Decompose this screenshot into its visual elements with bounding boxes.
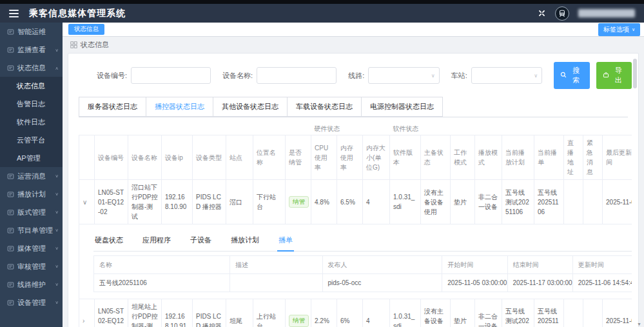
grid-icon	[70, 41, 77, 48]
row-detail-panel: 硬盘状态应用程序子设备播放计划播单名称描述发布人开始时间结束时间更新时间五号线2…	[79, 224, 632, 299]
sidebar-item-label: 智能运维	[17, 27, 59, 37]
device-table-wrap: 硬件状态 软件状态 设备编号设备名称设备ip设备类型站点位置名称是否纳管CPU使…	[79, 120, 632, 327]
review-manage-icon	[7, 263, 14, 270]
chevron-down-icon: ∨	[534, 73, 538, 79]
column-header-1: 设备名称	[128, 135, 162, 180]
detail-column-header-5: 更新时间	[572, 255, 632, 273]
table-cell: 没有主备设备使用	[421, 299, 451, 327]
expand-row-toggle[interactable]: ›	[79, 299, 95, 327]
table-cell: 下行站台	[253, 180, 286, 224]
sidebar-item-label: 审核管理	[17, 262, 55, 272]
sidebar-item-1[interactable]: 监播查看∨	[0, 41, 63, 59]
detail-tab-4[interactable]: 播单	[277, 232, 294, 252]
hamburger-menu-icon[interactable]	[9, 10, 19, 17]
device-no-input[interactable]	[131, 67, 211, 84]
column-header-13: 播放模式	[475, 135, 502, 180]
table-cell: 4	[363, 299, 390, 327]
smart-ops-icon	[7, 28, 14, 35]
detail-column-header-3: 开始时间	[442, 255, 507, 273]
avatar-train-icon[interactable]	[555, 6, 569, 21]
sidebar-subitem-2[interactable]: 软件日志	[0, 113, 63, 131]
table-cell: 1.0.31_sdi	[390, 180, 421, 224]
detail-cell-value: 2025-11-17 03:00:00	[507, 273, 572, 292]
line-select[interactable]: ∨	[368, 67, 439, 84]
sidebar-item-7[interactable]: 媒体管理∨	[0, 239, 63, 257]
device-name-input[interactable]	[257, 67, 337, 84]
detail-cell-value: 2025-11-05 03:00:00	[442, 273, 507, 292]
table-cell: 滘口站下行PDP控制器-测试	[128, 180, 162, 224]
column-header-3: 设备类型	[193, 135, 226, 180]
tab-4[interactable]: 电源控制器状态日志	[362, 97, 443, 117]
tab-0[interactable]: 服务器状态日志	[79, 97, 146, 117]
sidebar-item-6[interactable]: 节目单管理∨	[0, 221, 63, 239]
sidebar-item-3[interactable]: 运营消息∨	[0, 167, 63, 185]
detail-tab-3[interactable]: 播放计划	[229, 232, 260, 251]
scroll-down-arrow[interactable]: ▼	[637, 322, 641, 326]
detail-cell-value	[230, 273, 322, 292]
sidebar-item-8[interactable]: 审核管理∨	[0, 257, 63, 275]
detail-cell: 硬盘状态应用程序子设备播放计划播单名称描述发布人开始时间结束时间更新时间五号线2…	[79, 224, 632, 299]
sidebar-subitem-1[interactable]: 告警日志	[0, 95, 63, 113]
export-button[interactable]: 导出	[596, 62, 632, 89]
chevron-down-icon: ∨	[55, 300, 59, 304]
detail-tab-1[interactable]: 应用程序	[141, 232, 172, 251]
detail-cell-value: 五号线20251106	[94, 273, 230, 292]
status-log-tabs: 服务器状态日志播控器状态日志其他设备状态日志车载设备状态日志电源控制器状态日志	[79, 97, 628, 117]
station-select[interactable]: ∨	[471, 67, 542, 84]
collapse-row-toggle[interactable]: ∨	[79, 180, 95, 224]
username-redacted	[578, 9, 635, 17]
fullscreen-icon[interactable]	[538, 9, 546, 17]
header-actions	[538, 6, 635, 21]
sidebar-subitem-0[interactable]: 状态信息	[0, 77, 63, 95]
table-cell: 非二合一设备	[475, 299, 502, 327]
program-list-icon	[7, 227, 14, 234]
table-cell: 坦尾站上行PDP控制器-测试	[128, 299, 162, 327]
chevron-down-icon: ∨	[55, 210, 59, 214]
breadcrumb: 状态信息	[63, 37, 644, 53]
table-cell	[564, 299, 583, 327]
sidebar-item-label: 监播查看	[17, 45, 55, 55]
detail-tab-2[interactable]: 子设备	[189, 232, 213, 251]
table-cell: 2025-11-06 16:	[603, 180, 632, 224]
search-button[interactable]: 搜索	[554, 62, 589, 89]
scrollbar-thumb[interactable]	[633, 59, 637, 88]
layout-manage-icon	[7, 209, 14, 216]
sidebar-item-2[interactable]: 状态信息∧	[0, 59, 63, 77]
sidebar-subitem-3[interactable]: 云管平台	[0, 131, 63, 149]
column-header-5: 位置名称	[253, 135, 286, 180]
tab-2[interactable]: 其他设备状态日志	[213, 97, 288, 117]
tag-options-button[interactable]: 标签选项 ∨	[598, 23, 640, 36]
chevron-down-icon: ∨	[632, 27, 635, 32]
sidebar-item-10[interactable]: 设备管理∨	[0, 293, 63, 312]
tab-3[interactable]: 车载设备状态日志	[288, 97, 362, 117]
breadcrumb-label: 状态信息	[81, 40, 109, 50]
table-cell: 滘口	[226, 180, 253, 224]
column-header-4: 站点	[226, 135, 253, 180]
sidebar-item-4[interactable]: 播放计划∨	[0, 185, 63, 203]
search-icon	[560, 72, 567, 79]
table-cell	[583, 299, 603, 327]
table-cell	[583, 180, 603, 224]
monitor-view-icon	[7, 46, 14, 54]
sidebar-item-9[interactable]: 线路维护∨	[0, 275, 63, 293]
tab-1[interactable]: 播控器状态日志	[146, 97, 213, 117]
chevron-down-icon: ∨	[431, 73, 435, 79]
table-cell: 非二合一设备	[475, 180, 502, 224]
tag-status-info[interactable]: 状态信息	[68, 24, 104, 35]
sidebar-subitem-4[interactable]: AP管理	[0, 149, 63, 167]
app-title: 乘客信息媒体管理系统	[29, 8, 126, 19]
detail-tab-0[interactable]: 硬盘状态	[93, 232, 124, 251]
sidebar-menu: 智能运维监播查看∨状态信息∧状态信息告警日志软件日志云管平台AP管理运营消息∨播…	[0, 23, 63, 327]
sidebar-item-5[interactable]: 版式管理∨	[0, 203, 63, 221]
sidebar-item-0[interactable]: 智能运维	[0, 23, 63, 41]
export-icon	[603, 72, 609, 79]
tagbar: 状态信息 标签选项 ∨	[63, 23, 644, 37]
playlist-table: 名称描述发布人开始时间结束时间更新时间五号线20251106pids-05-oc…	[93, 255, 632, 292]
detail-column-header-1: 描述	[230, 255, 322, 273]
table-cell: 五号线测试20251106	[502, 299, 534, 327]
sidebar-item-label: 播放计划	[17, 190, 55, 199]
column-header-11: 主备状态	[421, 135, 451, 180]
table-cell	[564, 180, 583, 224]
column-header-18: 最后更新时间	[603, 135, 632, 180]
device-name-label: 设备名称:	[222, 71, 253, 81]
